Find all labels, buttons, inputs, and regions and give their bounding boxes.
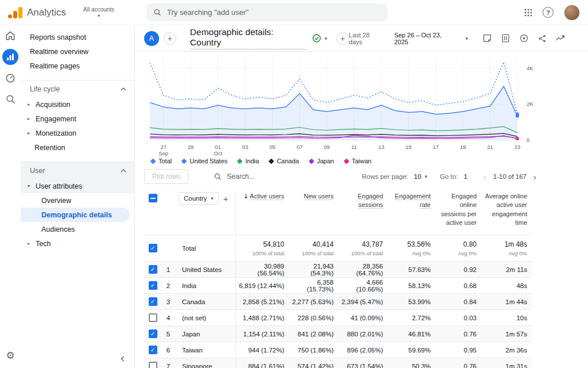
google-analytics-logo[interactable] [8, 7, 22, 18]
column-header-active-users[interactable]: ↓Active users [236, 192, 289, 235]
nav-label: User attributes [36, 182, 82, 190]
metric-cell: 30,989 (56.54%) [236, 262, 289, 277]
report-content: A + Demographic details: Country ▾ + Las… [134, 25, 588, 368]
add-dimension-button[interactable]: + [223, 194, 229, 204]
user-avatar[interactable] [564, 5, 580, 21]
nav-realtime-pages[interactable]: Realtime pages [21, 59, 134, 73]
explore-icon[interactable] [3, 91, 18, 106]
row-number: 4 [161, 310, 175, 325]
metric-value: 0.92 [464, 266, 477, 273]
collapse-sidenav-icon[interactable] [119, 355, 126, 362]
trend-chart-svg[interactable]: 02K4K27Sep2901Oct0305070911131517192123 [150, 54, 548, 158]
admin-gear-icon[interactable]: ⚙ [6, 350, 14, 361]
svg-text:21: 21 [487, 144, 493, 150]
date-range-value[interactable]: Sep 26 – Oct 23, 2025 [394, 32, 457, 45]
legend-item-united-states[interactable]: United States [182, 158, 227, 164]
row-checkbox[interactable] [149, 297, 157, 306]
goto-page-input[interactable]: 1 [463, 173, 467, 180]
advertising-icon[interactable] [3, 71, 18, 86]
metric-cell: 59.69% [388, 342, 435, 358]
legend-item-india[interactable]: India [238, 158, 259, 164]
legend-item-japan[interactable]: Japan [310, 158, 334, 164]
row-checkbox[interactable] [149, 346, 157, 354]
svg-text:13: 13 [378, 144, 385, 150]
legend-item-total[interactable]: Total [151, 158, 172, 164]
date-chevron-down-icon[interactable]: ▾ [465, 36, 468, 41]
row-checkbox[interactable] [149, 313, 157, 322]
nav-overview[interactable]: Overview [21, 193, 134, 208]
account-switcher[interactable]: All accounts ▾ [83, 6, 114, 18]
column-header-new-users[interactable]: New users [289, 192, 338, 235]
legend-item-canada[interactable]: Canada [269, 158, 299, 164]
nav-audiences[interactable]: Audiences [21, 222, 134, 236]
nav-monetization[interactable]: ▸ Monetization [21, 126, 134, 140]
comparison-panel-icon[interactable] [501, 33, 510, 43]
nav-retention[interactable]: Retention [21, 140, 134, 155]
rows-per-page-select[interactable]: 10 [414, 173, 421, 180]
metric-subvalue: 100% of total [351, 250, 383, 256]
metric-cell: 57.63% [388, 262, 435, 277]
row-checkbox[interactable] [149, 265, 157, 274]
metric-value: 58.13% [408, 282, 431, 289]
help-icon[interactable]: ? [543, 7, 554, 18]
country-name: Singapore [182, 363, 212, 368]
table-search[interactable]: Search... [214, 172, 254, 181]
nav-demographic-details[interactable]: Demographic details [21, 208, 130, 222]
report-title[interactable]: Demographic details: Country [190, 27, 307, 49]
add-comparison-button[interactable]: + [164, 32, 176, 45]
nav-acquisition[interactable]: ▸ Acquisition [21, 97, 134, 112]
row-checkbox[interactable] [149, 244, 157, 252]
country-name: Japan [182, 331, 200, 338]
icon-rail: ⚙ [0, 25, 21, 368]
insights-icon[interactable] [555, 33, 565, 43]
nav-section-user[interactable]: User [21, 162, 134, 179]
reports-icon[interactable] [2, 49, 18, 65]
plot-rows-button[interactable]: Plot rows [144, 169, 188, 184]
svg-text:05: 05 [269, 144, 276, 150]
dimension-selector[interactable]: Country ▾ [179, 192, 219, 205]
add-note-icon[interactable] [482, 33, 492, 43]
global-search[interactable] [146, 3, 388, 21]
row-checkbox[interactable] [149, 362, 157, 368]
column-header-avg-engagement-time[interactable]: Average online active user engagement ti… [481, 192, 532, 235]
next-page-icon[interactable]: › [530, 172, 540, 182]
add-report-button[interactable]: + [336, 32, 349, 45]
column-header-engagement-rate[interactable]: Engagement rate [388, 192, 435, 235]
metric-cell: 0.95 [435, 342, 481, 358]
nav-reports-snapshot[interactable]: Reports snapshot [21, 30, 134, 44]
select-all-checkbox[interactable] [149, 194, 157, 202]
property-avatar[interactable]: A [144, 31, 159, 46]
title-chevron-down-icon[interactable]: ▾ [324, 36, 327, 41]
nav-section-life-cycle[interactable]: Life cycle [21, 80, 134, 97]
row-checkbox[interactable] [149, 281, 157, 290]
row-checkbox[interactable] [149, 329, 157, 338]
nav-realtime-overview[interactable]: Realtime overview [21, 44, 134, 59]
previous-page-icon[interactable]: ‹ [480, 172, 490, 182]
global-search-input[interactable] [167, 8, 381, 17]
home-icon[interactable] [3, 28, 18, 43]
metric-cell: 1m 31s [481, 358, 532, 368]
metric-cell: 1m 57s [481, 326, 532, 342]
share-icon[interactable] [537, 34, 547, 43]
metric-value: 48s [516, 282, 527, 289]
column-header-engaged-sessions-per-user[interactable]: Engaged online sessions per active user [435, 192, 481, 235]
chevron-up-icon [121, 169, 126, 172]
apps-grid-icon[interactable] [524, 9, 532, 17]
row-number: 7 [161, 358, 175, 368]
metric-cell: 53.56%Avg 0% [388, 235, 435, 261]
metric-value: 43,787 [362, 240, 383, 248]
column-header-engaged-sessions[interactable]: Engaged sessions [338, 192, 388, 235]
legend-item-taiwan[interactable]: Taiwan [345, 158, 372, 164]
metric-value: 4,666 (10.66%) [338, 279, 383, 293]
rows-per-page-chevron-icon[interactable]: ▾ [425, 174, 428, 179]
nav-label: Retention [34, 144, 65, 152]
nav-engagement[interactable]: ▸ Engagement [21, 112, 134, 126]
metric-cell: 28,356 (64.76%) [338, 262, 388, 277]
metric-value: 0.76 [464, 331, 477, 338]
nav-user-attributes[interactable]: ▾ User attributes [21, 179, 134, 193]
metric-cell: 50.3% [388, 358, 435, 368]
nav-tech[interactable]: ▸ Tech [21, 236, 134, 251]
logo-bar-mid [13, 11, 17, 18]
metric-value: 57.63% [408, 266, 431, 273]
target-icon[interactable] [519, 33, 529, 43]
